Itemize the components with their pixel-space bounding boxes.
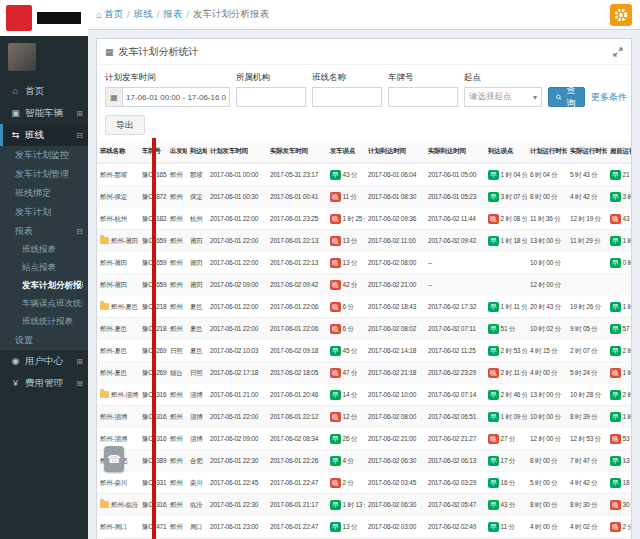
sidebar-subitem[interactable]: 发车计划 (0, 203, 88, 222)
column-header-aarr[interactable]: 实际到达时间 (425, 141, 485, 163)
table-row[interactable]: 郑州-那坡豫C8165郑州那坡2017-06-01 00:002017-05-3… (97, 163, 631, 186)
table-row[interactable]: 郑州-夏邑豫C3269烟台日照2017-06-02 17:182017-06-0… (97, 362, 631, 384)
table-row[interactable]: 郑州-淄博豫C5316郑州淄博2017-06-01 22:002017-06-0… (97, 406, 631, 428)
sidebar-subitem[interactable]: 车辆误点班次统计 (0, 295, 88, 313)
app-logo[interactable] (6, 5, 32, 31)
cell-parr: 2017-06-02 10:00 (365, 384, 425, 406)
folder-icon[interactable] (100, 303, 109, 310)
plan-depart-time-input[interactable] (122, 87, 230, 107)
sidebar-item[interactable]: ◉用户中心⊞ (0, 350, 88, 372)
cell-pdep: 2017-06-01 22:00 (207, 208, 267, 230)
breadcrumb-item[interactable]: ⌂首页 (96, 8, 123, 21)
table-row[interactable]: 郑州-保定豫C4872郑州保定2017-06-01 00:302017-06-0… (97, 186, 631, 208)
cell-parr: 2017-06-02 08:02 (365, 318, 425, 340)
export-button[interactable]: 导出 (105, 115, 145, 135)
cell-pdur: 8 时 00 分 (527, 186, 567, 208)
sidebar-subitem[interactable]: 班线绑定 (0, 184, 88, 203)
folder-icon[interactable] (100, 391, 109, 398)
sidebar-item[interactable]: ▣智能车辆⊞ (0, 102, 88, 124)
late-badge: 晚 (330, 412, 341, 422)
cell-adep: 2017-06-02 09:42 (267, 274, 327, 296)
expand-icon[interactable] (613, 47, 623, 57)
sidebar-subitem[interactable]: 班线统计报表 (0, 313, 88, 331)
sidebar-item[interactable]: ⌂首页 (0, 80, 88, 102)
column-header-pdur[interactable]: 计划运行时长 (527, 141, 567, 163)
cell-parr: 2017-06-02 06:30 (365, 450, 425, 472)
cell-from: 郑州 (167, 274, 187, 296)
table-row[interactable]: 郑州-合肥豫C7389郑州合肥2017-06-01 22:302017-06-0… (97, 450, 631, 472)
column-header-route[interactable]: 班线名称 (97, 141, 139, 163)
cell-from: 郑州 (167, 186, 187, 208)
origin-select[interactable]: 请选择起点 ▾ (464, 87, 542, 107)
table-row[interactable]: 郑州-夏邑豫C3269日照夏邑2017-06-02 10:032017-06-0… (97, 340, 631, 362)
sidebar-subitem[interactable]: 发车计划管理 (0, 165, 88, 184)
table-row[interactable]: 郑州-淄博豫C5316郑州淄博2017-06-01 21:002017-06-0… (97, 384, 631, 406)
cell-to: 夏邑 (187, 318, 207, 340)
sidebar-subitem[interactable]: 发车计划监控 (0, 146, 88, 165)
late-badge: 晚 (330, 368, 341, 378)
vehicle-icon: ▣ (9, 108, 22, 118)
caret-down-icon: ▾ (533, 93, 537, 102)
sidebar-item[interactable]: ¥费用管理⊞ (0, 372, 88, 394)
cell-adur: 11 时 29 分 (567, 230, 607, 252)
column-header-parr[interactable]: 计划到达时间 (365, 141, 425, 163)
table-row[interactable]: 郑州-栾川豫C5331郑州栾川2017-06-01 22:452017-06-0… (97, 472, 631, 494)
sidebar-subitem[interactable]: 班线报表 (0, 241, 88, 259)
breadcrumb-separator: / (186, 9, 189, 20)
table-row[interactable]: 郑州-杭州豫C6182郑州杭州2017-06-01 22:002017-06-0… (97, 208, 631, 230)
table-toolbar: 导出 (97, 115, 631, 141)
sidebar-item-label: 发车计划管理 (15, 168, 83, 181)
cell-run: 早21 分 (607, 163, 631, 186)
column-header-pdep[interactable]: 计划发车时间 (207, 141, 267, 163)
column-header-run[interactable]: 超前运行 (607, 141, 631, 163)
table-row[interactable]: 郑州-临汾豫C9316郑州临汾2017-06-01 22:302017-06-0… (97, 494, 631, 516)
sidebar-item[interactable]: ⇆班线⊟ (0, 124, 88, 146)
cell-run: 晚43 分 (607, 208, 631, 230)
cell-adep: 2017-06-02 09:18 (267, 340, 327, 362)
sidebar-menu: ⌂首页▣智能车辆⊞⇆班线⊟发车计划监控发车计划管理班线绑定发车计划报表⊟班线报表… (0, 80, 88, 394)
column-header-adur[interactable]: 实际运行时长 (567, 141, 607, 163)
more-filters-link[interactable]: 更多条件 (591, 91, 627, 104)
cell-ad: 早1 时 09 分 (485, 406, 527, 428)
column-header-to[interactable]: 到达站 (187, 141, 207, 163)
folder-icon[interactable] (100, 237, 109, 244)
search-button[interactable]: 查询 (548, 87, 585, 107)
breadcrumb-item[interactable]: 报表 (163, 8, 182, 21)
table-row[interactable]: 郑州-淄博豫C5316郑州淄博2017-06-02 09:002017-06-0… (97, 428, 631, 450)
sidebar-subitem[interactable]: 报表⊟ (0, 222, 88, 241)
cell-to: 日照 (187, 362, 207, 384)
organization-input[interactable] (236, 87, 306, 107)
table-row[interactable]: 郑州-莆田豫C2659郑州莆田2017-06-02 09:002017-06-0… (97, 274, 631, 296)
table-row[interactable]: 郑州-夏邑豫C3218郑州夏邑2017-06-01 22:002017-06-0… (97, 296, 631, 318)
phone-contact-button[interactable]: ☎ (104, 446, 124, 472)
cell-adep: 2017-06-01 22:06 (267, 318, 327, 340)
column-header-from[interactable]: 出发站 (167, 141, 187, 163)
table-row[interactable]: 郑州-莆田豫C2659郑州莆田2017-06-01 22:002017-06-0… (97, 230, 631, 252)
sidebar-subitem[interactable]: 站点报表 (0, 259, 88, 277)
early-badge: 早 (330, 346, 341, 356)
table-row[interactable]: 郑州-周口豫C2471郑州周口2017-06-01 23:002017-06-0… (97, 516, 631, 538)
cell-dd: 早43 分 (327, 163, 365, 186)
table-row[interactable]: 郑州-夏邑豫C3218郑州夏邑2017-06-01 22:002017-06-0… (97, 318, 631, 340)
sidebar-subitem[interactable]: 设置 (0, 331, 88, 350)
sidebar-subitem[interactable]: 发车计划分析报表 (0, 277, 88, 295)
sidebar-item-label: 班线绑定 (15, 187, 83, 200)
column-header-adep[interactable]: 实际发车时间 (267, 141, 327, 163)
user-icon: ◉ (9, 356, 22, 366)
route-name-input[interactable] (312, 87, 382, 107)
folder-icon[interactable] (100, 501, 109, 508)
column-header-ad[interactable]: 到达误点 (485, 141, 527, 163)
cell-adep: 2017-06-01 22:26 (267, 450, 327, 472)
cell-dd: 晚42 分 (327, 274, 365, 296)
cell-from: 郑州 (167, 208, 187, 230)
column-header-dd[interactable]: 发车误点 (327, 141, 365, 163)
settings-gear-button[interactable] (610, 4, 632, 26)
cell-parr: 2017-06-01 06:04 (365, 163, 425, 186)
breadcrumb-item[interactable]: 班线 (134, 8, 153, 21)
table-row[interactable]: 郑州-莆田豫C2659郑州莆田2017-06-01 22:002017-06-0… (97, 252, 631, 274)
plate-number-input[interactable] (388, 87, 458, 107)
late-badge: 晚 (330, 478, 341, 488)
cell-dd: 晚47 分 (327, 362, 365, 384)
breadcrumb-item[interactable]: 发车计划分析报表 (193, 8, 269, 21)
early-badge: 早 (610, 302, 621, 312)
